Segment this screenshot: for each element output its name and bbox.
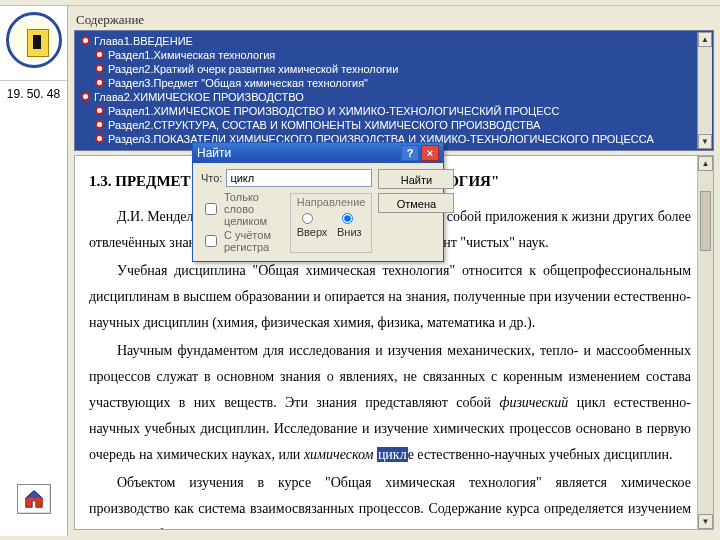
bullet-icon [95, 106, 104, 115]
text-run: е естественно-научных учебных дисциплин. [408, 447, 673, 462]
toc-item-label[interactable]: Глава1.ВВЕДЕНИЕ [94, 34, 193, 48]
toc-item: Раздел3.Предмет "Общая химическая технол… [93, 76, 711, 90]
bullet-icon [95, 134, 104, 143]
scroll-up-icon[interactable]: ▲ [698, 32, 712, 47]
whole-word-checkbox[interactable]: Только слово целиком [201, 191, 282, 227]
radio-label: Вверх [297, 226, 328, 238]
find-what-row: Что: [201, 169, 372, 187]
bullet-icon [95, 120, 104, 129]
scroll-down-icon[interactable]: ▼ [698, 134, 712, 149]
close-button[interactable]: × [421, 145, 439, 161]
dialog-title: Найти [197, 146, 399, 160]
scroll-track[interactable] [698, 47, 712, 134]
bullet-icon [95, 64, 104, 73]
bullet-icon [81, 92, 90, 101]
checkbox-label: Только слово целиком [224, 191, 282, 227]
home-icon [23, 488, 45, 510]
content-area: Содержание Глава1.ВВЕДЕНИЕ Раздел1.Химич… [68, 6, 720, 536]
home-button[interactable] [17, 484, 51, 514]
bullet-icon [81, 36, 90, 45]
toc-item: Раздел1.ХИМИЧЕСКОЕ ПРОИЗВОДСТВО И ХИМИКО… [93, 104, 711, 118]
scroll-up-icon[interactable]: ▲ [698, 156, 713, 171]
italic-run: физический [499, 395, 568, 410]
doc-scrollbar[interactable]: ▲ ▼ [697, 156, 713, 529]
toc-item-label[interactable]: Глава2.ХИМИЧЕСКОЕ ПРОИЗВОДСТВО [94, 90, 304, 104]
italic-run: химическом [304, 447, 377, 462]
find-dialog: Найти ? × Что: Только слово целиком С уч… [192, 142, 444, 262]
sidebar-separator [0, 80, 67, 81]
toc-item: Раздел2.СТРУКТУРА, СОСТАВ И КОМПОНЕНТЫ Х… [93, 118, 711, 132]
dialog-left-column: Что: Только слово целиком С учётом регис… [201, 169, 372, 253]
toc-title: Содержание [74, 10, 714, 30]
direction-down-radio[interactable]: Вниз [337, 210, 365, 238]
bullet-icon [95, 50, 104, 59]
toc-item: Глава2.ХИМИЧЕСКОЕ ПРОИЗВОДСТВО [79, 90, 711, 104]
dialog-button-column: Найти далее Отмена [378, 169, 454, 253]
match-case-checkbox[interactable]: С учётом регистра [201, 229, 282, 253]
paragraph: Объектом изучения в курсе "Общая химичес… [89, 470, 691, 530]
clock-display: 19. 50. 48 [7, 87, 60, 101]
toc-item-label[interactable]: Раздел2.СТРУКТУРА, СОСТАВ И КОМПОНЕНТЫ Х… [108, 118, 540, 132]
help-button[interactable]: ? [401, 145, 419, 161]
toc-tree[interactable]: Глава1.ВВЕДЕНИЕ Раздел1.Химическая техно… [74, 30, 714, 151]
paragraph: Учебная дисциплина "Общая химическая тех… [89, 258, 691, 336]
radio-label: Вниз [337, 226, 362, 238]
toc-panel: Содержание Глава1.ВВЕДЕНИЕ Раздел1.Химич… [68, 6, 720, 151]
cancel-button[interactable]: Отмена [378, 193, 454, 213]
toc-item-label[interactable]: Раздел1.Химическая технология [108, 48, 275, 62]
checkbox-label: С учётом регистра [224, 229, 282, 253]
bullet-icon [95, 78, 104, 87]
toc-item: Глава1.ВВЕДЕНИЕ [79, 34, 711, 48]
toc-item-label[interactable]: Раздел2.Краткий очерк развития химическо… [108, 62, 398, 76]
app-emblem [6, 12, 62, 68]
direction-group: Направление Вверх Вниз [290, 193, 373, 253]
find-what-label: Что: [201, 172, 222, 184]
toc-item-label[interactable]: Раздел1.ХИМИЧЕСКОЕ ПРОИЗВОДСТВО И ХИМИКО… [108, 104, 559, 118]
dialog-body: Что: Только слово целиком С учётом регис… [193, 163, 443, 261]
paragraph: Научным фундаментом для исследования и и… [89, 338, 691, 468]
scroll-down-icon[interactable]: ▼ [698, 514, 713, 529]
main-layout: 19. 50. 48 Содержание Глава1.ВВЕДЕНИЕ Ра… [0, 6, 720, 536]
toc-item: Раздел2.Краткий очерк развития химическо… [93, 62, 711, 76]
dialog-titlebar[interactable]: Найти ? × [193, 143, 443, 163]
find-what-input[interactable] [226, 169, 372, 187]
toc-item-label[interactable]: Раздел3.Предмет "Общая химическая технол… [108, 76, 368, 90]
toc-item: Раздел1.Химическая технология [93, 48, 711, 62]
direction-up-radio[interactable]: Вверх [297, 210, 329, 238]
options-row: Только слово целиком С учётом регистра Н… [201, 191, 372, 253]
scroll-thumb[interactable] [700, 191, 711, 251]
search-highlight: цикл [377, 447, 408, 462]
toc-scrollbar[interactable]: ▲ ▼ [697, 32, 712, 149]
left-sidebar: 19. 50. 48 [0, 6, 68, 536]
scroll-track[interactable] [698, 171, 713, 514]
find-next-button[interactable]: Найти далее [378, 169, 454, 189]
direction-label: Направление [297, 196, 366, 208]
